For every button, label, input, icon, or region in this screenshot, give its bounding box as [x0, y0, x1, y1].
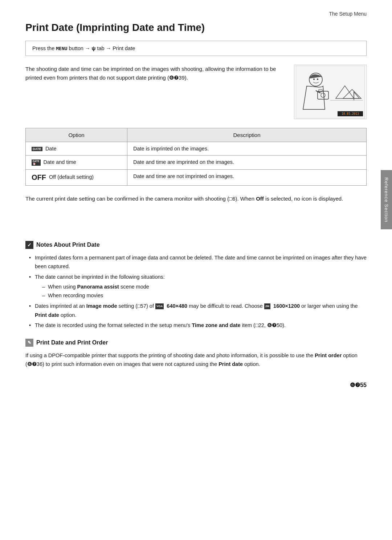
section-label: The Setup Menu — [329, 11, 367, 17]
off-icon: OFF — [32, 173, 46, 181]
description-date-time: Date and time are imprinted on the image… — [127, 156, 367, 170]
description-date: Date is imprinted on the images. — [127, 142, 367, 156]
side-tab: Reference Section — [381, 170, 392, 230]
sub-item-movies: When recording movies — [42, 291, 367, 300]
print-order-section: ✎ Print Date and Print Order If using a … — [25, 339, 367, 369]
print-order-header: ✎ Print Date and Print Order — [25, 339, 367, 347]
table-row: OFF Off (default setting) Date and time … — [26, 169, 367, 185]
option-date-time-label: Date and time — [44, 159, 76, 165]
notes-header: ✓ Notes About Print Date — [25, 241, 367, 249]
print-order-title: Print Date and Print Order — [36, 339, 108, 346]
med-icon: 2M — [264, 303, 270, 309]
nav-instruction-text: Press the MENU button → ψ tab → Print da… — [32, 45, 135, 51]
notes-list: Imprinted dates form a permanent part of… — [25, 253, 367, 330]
svg-point-7 — [313, 78, 315, 80]
option-off-label: Off (default setting) — [49, 174, 94, 180]
pencil-icon: ✎ — [25, 339, 33, 347]
sub-item-panorama: When using Panorama assist scene mode — [42, 282, 367, 291]
print-order-text: If using a DPOF-compatible printer that … — [25, 351, 367, 369]
summary-text: The current print date setting can be co… — [25, 194, 367, 203]
table-col2-header: Description — [127, 128, 367, 142]
option-date-label: Date — [45, 146, 57, 152]
notes-section: ✓ Notes About Print Date Imprinted dates… — [25, 241, 367, 330]
camera-illustration: 10.05.2013 — [294, 65, 367, 119]
illustration-svg: 10.05.2013 — [296, 66, 365, 118]
intro-text: The shooting date and time can be imprin… — [25, 65, 283, 82]
svg-point-8 — [317, 78, 318, 80]
page-number: ❻❼55 — [350, 382, 367, 388]
notes-item-3: Dates imprinted at an Image mode setting… — [29, 302, 367, 319]
notes-item-4: The date is recorded using the format se… — [29, 321, 367, 330]
options-table: Option Description DATE Date Date is imp… — [25, 128, 367, 186]
notes-item-2: The date cannot be imprinted in the foll… — [29, 273, 367, 300]
date-icon: DATE — [32, 147, 42, 151]
notes-item-1: Imprinted dates form a permanent part of… — [29, 253, 367, 271]
date-time-icon: DATE⏰ — [32, 160, 41, 166]
svg-text:10.05.2013: 10.05.2013 — [342, 112, 359, 116]
option-date-time: DATE⏰ Date and time — [26, 156, 127, 170]
option-date: DATE Date — [26, 142, 127, 156]
option-off: OFF Off (default setting) — [26, 169, 127, 185]
check-icon: ✓ — [25, 241, 33, 249]
intro-section: The shooting date and time can be imprin… — [25, 65, 367, 119]
nav-instruction-box: Press the MENU button → ψ tab → Print da… — [25, 41, 367, 56]
notes-sub-list: When using Panorama assist scene mode Wh… — [35, 282, 367, 300]
table-row: DATE⏰ Date and time Date and time are im… — [26, 156, 367, 170]
description-off: Date and time are not imprinted on image… — [127, 169, 367, 185]
table-col1-header: Option — [26, 128, 127, 142]
page-title: Print Date (Imprinting Date and Time) — [25, 22, 367, 33]
table-row: DATE Date Date is imprinted on the image… — [26, 142, 367, 156]
notes-title: Notes About Print Date — [36, 242, 100, 248]
spacer — [25, 212, 367, 234]
vga-icon: VGA — [155, 303, 164, 309]
